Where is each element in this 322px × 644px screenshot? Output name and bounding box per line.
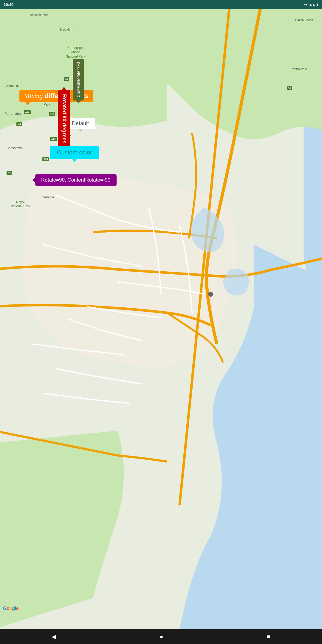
rotated-text: Rotated 90 degrees bbox=[61, 94, 67, 143]
label-content-rotate: ContentRotate=-90 bbox=[73, 59, 84, 100]
default-text: Default bbox=[72, 120, 89, 126]
status-bar: 10:49 ▾▾ ▲▲ ▮ bbox=[0, 0, 161, 9]
label-custom-color: Custom color bbox=[50, 146, 99, 159]
label-rotate-content-rotate: Rotate=90, ContentRotate=-90 bbox=[35, 174, 117, 186]
custom-color-text: Custom color bbox=[57, 149, 92, 156]
mixing-italic-word: Mixing bbox=[24, 92, 43, 100]
map-overlay: Mixing different fonts ContentRotate=-90… bbox=[0, 9, 161, 322]
map-container[interactable]: National Park Umina Beach Brooklyn Ku-ri… bbox=[0, 9, 161, 322]
content-rotate-text: ContentRotate=-90 bbox=[76, 62, 81, 97]
label-rotated-90: Rotated 90 degrees bbox=[58, 90, 70, 148]
rotate-content-text: Rotate=90, ContentRotate=-90 bbox=[41, 177, 111, 183]
status-time: 10:49 bbox=[4, 2, 13, 7]
